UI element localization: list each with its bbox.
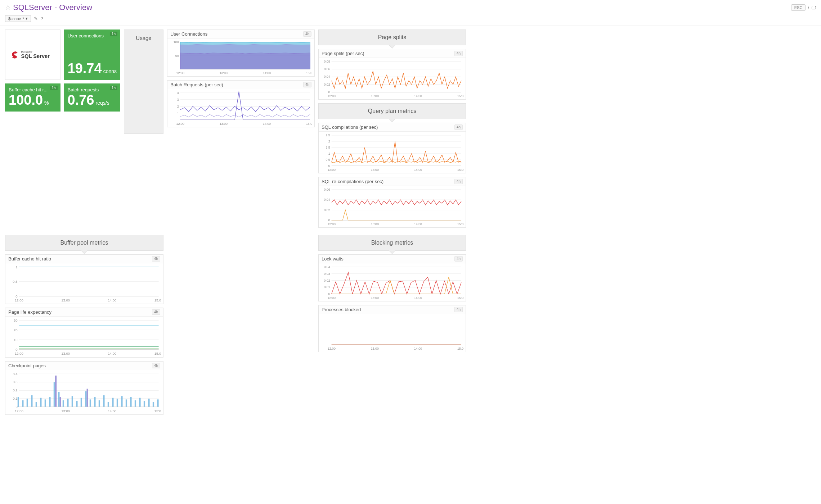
- svg-text:15:00: 15:00: [457, 94, 463, 98]
- svg-text:0.5: 0.5: [13, 280, 17, 283]
- svg-text:SQL Server: SQL Server: [21, 53, 50, 59]
- svg-rect-135: [144, 401, 145, 407]
- svg-text:30: 30: [14, 318, 18, 322]
- svg-text:0.01: 0.01: [324, 285, 330, 289]
- svg-text:14:00: 14:00: [414, 168, 422, 172]
- tile-buffer-cache-hit[interactable]: 1h Buffer cache hit r... 100.0%: [5, 83, 60, 112]
- tile-user-connections[interactable]: 1h User connections 19.74conns: [64, 29, 120, 80]
- svg-text:0.04: 0.04: [324, 265, 330, 269]
- tile-batch-requests[interactable]: 1h Batch requests 0.76reqs/s: [64, 83, 120, 112]
- slash-icon: /: [808, 5, 809, 10]
- svg-text:10: 10: [14, 338, 18, 342]
- section-blocking: Blocking metrics: [318, 235, 466, 251]
- svg-rect-137: [153, 402, 154, 407]
- svg-text:0: 0: [15, 405, 17, 409]
- panel-page-splits[interactable]: Page splits (per sec) 4h 00.020.040.060.…: [318, 49, 466, 100]
- svg-text:13:00: 13:00: [61, 409, 70, 413]
- svg-text:0: 0: [15, 294, 17, 298]
- svg-text:0.2: 0.2: [13, 388, 17, 392]
- pencil-icon[interactable]: ✎: [34, 16, 38, 21]
- panel-processes-blocked[interactable]: Processes blocked 4h 12:0013:0014:0015:0…: [318, 305, 466, 352]
- svg-rect-123: [90, 399, 91, 407]
- scope-value: *: [22, 17, 24, 21]
- svg-text:0.1: 0.1: [13, 396, 17, 400]
- usage-section: Usage: [124, 29, 163, 134]
- svg-rect-132: [130, 397, 131, 407]
- svg-rect-114: [49, 397, 50, 407]
- svg-text:14:00: 14:00: [263, 122, 271, 126]
- svg-rect-138: [157, 399, 158, 407]
- svg-rect-126: [103, 395, 104, 407]
- svg-text:13:00: 13:00: [371, 347, 379, 350]
- svg-text:13:00: 13:00: [61, 298, 70, 302]
- page-title: SQLServer - Overview: [13, 3, 92, 12]
- svg-rect-125: [99, 400, 100, 407]
- svg-text:13:00: 13:00: [371, 168, 379, 172]
- svg-text:12:00: 12:00: [328, 222, 336, 226]
- panel-sql-compilations[interactable]: SQL compilations (per sec) 4h 00.511.522…: [318, 123, 466, 173]
- svg-rect-117: [63, 400, 64, 407]
- svg-rect-122: [85, 391, 86, 407]
- svg-rect-139: [55, 376, 57, 407]
- panel-user-connections[interactable]: User Connections 4h 5010012:0013:0014:00…: [167, 29, 315, 77]
- svg-text:15:00: 15:00: [306, 71, 312, 75]
- svg-text:13:00: 13:00: [220, 71, 228, 75]
- svg-rect-110: [31, 395, 32, 407]
- svg-rect-140: [60, 397, 61, 407]
- svg-rect-131: [126, 399, 127, 407]
- svg-text:12:00: 12:00: [15, 409, 23, 413]
- svg-text:13:00: 13:00: [220, 122, 228, 126]
- svg-text:1: 1: [15, 265, 17, 269]
- star-icon[interactable]: ☆: [5, 4, 11, 12]
- monitor-icon[interactable]: 🖵: [811, 5, 816, 10]
- panel-lock-waits[interactable]: Lock waits 4h 00.010.020.030.0412:0013:0…: [318, 254, 466, 301]
- svg-text:12:00: 12:00: [15, 351, 23, 355]
- svg-text:14:00: 14:00: [263, 71, 271, 75]
- panel-buffer-cache-hit[interactable]: Buffer cache hit ratio 4h 00.5112:0013:0…: [5, 254, 163, 304]
- svg-text:0.4: 0.4: [13, 372, 18, 376]
- svg-text:14:00: 14:00: [108, 298, 116, 302]
- scope-selector[interactable]: $scope * ▾: [5, 15, 31, 22]
- svg-text:4: 4: [177, 91, 179, 95]
- svg-rect-108: [22, 400, 23, 407]
- panel-page-life[interactable]: Page life expectancy 4h 010203012:0013:0…: [5, 308, 163, 358]
- panel-checkpoint-pages[interactable]: Checkpoint pages 4h 00.10.20.30.412:0013…: [5, 361, 163, 415]
- svg-text:13:00: 13:00: [61, 351, 70, 355]
- svg-text:0: 0: [328, 90, 330, 94]
- section-page-splits: Page splits: [318, 29, 466, 45]
- svg-text:12:00: 12:00: [176, 71, 184, 75]
- scope-label: $scope: [8, 17, 21, 21]
- svg-text:15:00: 15:00: [457, 168, 463, 172]
- svg-text:2: 2: [177, 105, 179, 108]
- svg-text:13:00: 13:00: [371, 222, 379, 226]
- svg-text:1.5: 1.5: [326, 146, 330, 149]
- svg-text:14:00: 14:00: [108, 409, 116, 413]
- svg-text:100: 100: [174, 40, 179, 44]
- svg-text:0.06: 0.06: [324, 188, 330, 191]
- help-icon[interactable]: ?: [41, 16, 43, 21]
- svg-text:12:00: 12:00: [328, 347, 336, 350]
- sqlserver-logo-tile: Microsoft® SQL Server: [5, 29, 60, 80]
- chevron-down-icon: ▾: [26, 16, 28, 21]
- panel-batch-requests[interactable]: Batch Requests (per sec) 4h 123412:0013:…: [167, 80, 315, 127]
- svg-rect-134: [139, 398, 140, 407]
- esc-button[interactable]: ESC: [791, 4, 806, 11]
- svg-rect-109: [27, 399, 28, 407]
- svg-text:12:00: 12:00: [328, 296, 336, 300]
- svg-text:14:00: 14:00: [414, 296, 422, 300]
- svg-text:12:00: 12:00: [15, 298, 23, 302]
- svg-rect-128: [112, 398, 113, 407]
- svg-text:14:00: 14:00: [414, 222, 422, 226]
- svg-rect-115: [54, 382, 55, 407]
- svg-rect-119: [72, 396, 73, 407]
- svg-text:15:00: 15:00: [154, 351, 161, 355]
- svg-text:0: 0: [15, 348, 17, 351]
- svg-text:0.04: 0.04: [324, 75, 330, 78]
- svg-text:Microsoft®: Microsoft®: [21, 50, 32, 53]
- panel-sql-recompilations[interactable]: SQL re-compilations (per sec) 4h 00.020.…: [318, 177, 466, 228]
- svg-text:1: 1: [328, 152, 330, 155]
- svg-text:15:00: 15:00: [154, 298, 161, 302]
- svg-text:0.02: 0.02: [324, 83, 330, 86]
- svg-text:14:00: 14:00: [414, 347, 422, 350]
- svg-text:0.02: 0.02: [324, 278, 330, 282]
